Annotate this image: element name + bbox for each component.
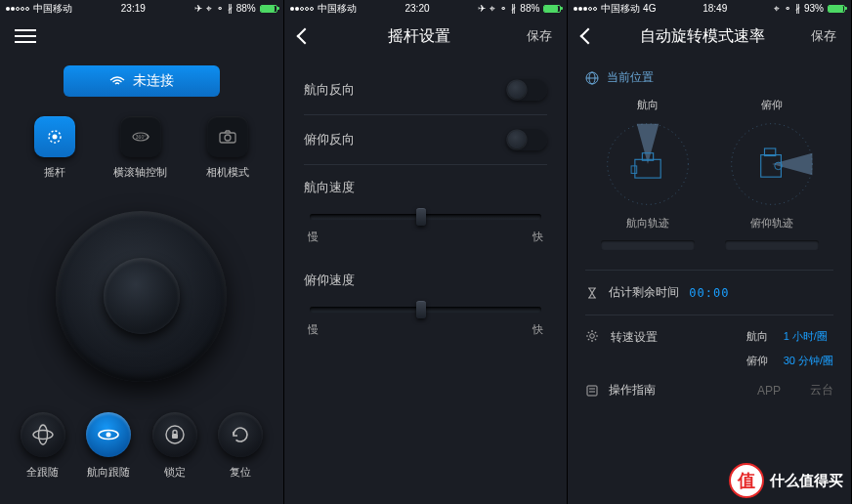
svg-point-9 <box>106 433 111 438</box>
heading-speed-label: 航向速度 <box>304 179 548 196</box>
screen-joystick-control: 中国移动 23:19 ✈︎⌖⚬∦ 88% 未连接 摇杆 360° 横滚轴控制 相… <box>0 0 284 504</box>
watermark: 值 什么值得买 <box>729 463 843 498</box>
heading-speed-value: 1 小时/圈 <box>784 329 833 344</box>
screen-auto-rotate-speed: 中国移动 4G 18:49 ⌖⚬∦ 93% 自动旋转模式速率 保存 当前位置 航… <box>568 0 852 504</box>
carrier: 中国移动 <box>33 2 72 16</box>
heading-reverse-toggle[interactable] <box>506 79 547 101</box>
operation-guide[interactable]: 操作指南 APP 云台 <box>585 382 833 399</box>
pitch-reverse-label: 俯仰反向 <box>304 131 355 148</box>
clock: 23:20 <box>405 3 429 14</box>
connect-button[interactable]: 未连接 <box>64 65 220 97</box>
clock: 18:49 <box>703 3 727 14</box>
svg-point-1 <box>52 135 57 140</box>
clock: 23:19 <box>121 3 146 14</box>
heading-diagram: 航向 航向轨迹 <box>601 98 695 250</box>
svg-point-23 <box>590 334 595 339</box>
back-button[interactable] <box>580 28 597 45</box>
svg-text:360°: 360° <box>136 134 146 140</box>
pitch-diagram: 俯仰 俯仰轨迹 <box>725 98 819 250</box>
mode-roll-axis[interactable]: 360° 横滚轴控制 <box>113 116 167 180</box>
back-button[interactable] <box>296 28 313 45</box>
full-follow-icon <box>30 422 56 447</box>
menu-button[interactable] <box>15 29 36 43</box>
speed-settings[interactable]: 转速设置 航向1 小时/圈 俯仰30 分钟/圈 <box>585 329 833 368</box>
screen-joystick-settings: 中国移动 23:20 ✈︎⌖⚬∦ 88% 摇杆设置 保存 航向反向 俯仰反向 航… <box>284 0 569 504</box>
globe-icon <box>585 71 599 85</box>
status-bar: 中国移动 4G 18:49 ⌖⚬∦ 93% <box>568 0 851 17</box>
lock-icon <box>163 423 187 446</box>
svg-rect-11 <box>172 434 178 439</box>
pitch-speed-slider[interactable] <box>310 307 542 313</box>
svg-rect-24 <box>587 386 597 396</box>
svg-point-7 <box>38 425 47 444</box>
pitch-speed-label: 俯仰速度 <box>304 272 548 289</box>
mode-reset[interactable]: 复位 <box>218 412 263 480</box>
battery-pct: 88% <box>236 3 256 14</box>
page-title: 自动旋转模式速率 <box>640 26 765 47</box>
current-position-label: 当前位置 <box>607 69 654 86</box>
camera-icon <box>217 126 238 147</box>
pitch-reverse-toggle[interactable] <box>506 129 547 150</box>
svg-rect-20 <box>760 155 781 178</box>
hourglass-icon <box>585 286 599 300</box>
status-bar: 中国移动 23:20 ✈︎⌖⚬∦ 88% <box>284 0 568 17</box>
gear-icon <box>585 329 599 343</box>
pitch-speed-value: 30 分钟/圈 <box>784 354 833 368</box>
heading-follow-icon <box>96 422 121 447</box>
mode-joystick[interactable]: 摇杆 <box>34 116 75 180</box>
save-button[interactable]: 保存 <box>811 27 836 45</box>
est-time-label: 估计剩余时间 <box>609 284 679 301</box>
heading-reverse-label: 航向反向 <box>304 81 355 99</box>
svg-point-5 <box>225 135 231 141</box>
book-icon <box>585 384 599 398</box>
mode-lock[interactable]: 锁定 <box>152 412 197 480</box>
est-time-value: 00:00 <box>689 286 729 300</box>
svg-point-6 <box>33 431 53 440</box>
status-bar: 中国移动 23:19 ✈︎⌖⚬∦ 88% <box>0 0 283 17</box>
heading-track-slider[interactable] <box>601 240 695 250</box>
page-title: 摇杆设置 <box>388 26 450 47</box>
virtual-joystick[interactable] <box>56 211 227 382</box>
mode-camera[interactable]: 相机模式 <box>206 116 249 180</box>
save-button[interactable]: 保存 <box>527 27 552 45</box>
mode-full-follow[interactable]: 全跟随 <box>21 412 65 480</box>
svg-rect-18 <box>631 166 637 174</box>
header <box>0 17 283 56</box>
roll-icon: 360° <box>130 126 151 147</box>
reset-icon <box>229 423 252 446</box>
pitch-track-slider[interactable] <box>725 240 819 250</box>
mode-heading-follow[interactable]: 航向跟随 <box>86 412 131 480</box>
heading-speed-slider[interactable] <box>310 214 542 220</box>
connect-label: 未连接 <box>133 72 174 90</box>
joystick-icon <box>44 126 65 147</box>
wifi-icon <box>109 76 125 86</box>
